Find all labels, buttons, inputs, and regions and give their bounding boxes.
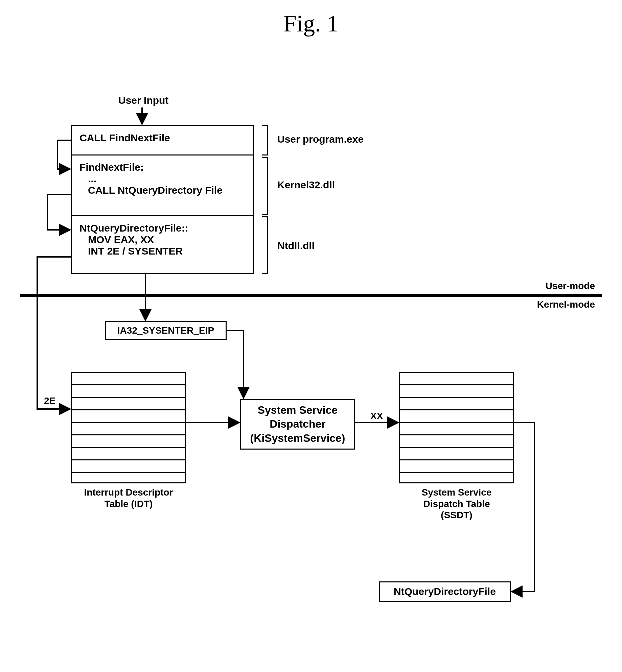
table-row (400, 373, 513, 385)
table-row (400, 398, 513, 410)
figure-title: Fig. 1 (0, 10, 622, 37)
ntdll-box: NtQueryDirectoryFile:: MOV EAX, XX INT 2… (71, 216, 254, 274)
kernel32-line1: FindNextFile: (79, 162, 245, 173)
table-row (72, 373, 185, 385)
table-row (72, 398, 185, 410)
bracket-label-userprog: User program.exe (277, 134, 364, 145)
idt-table (71, 372, 186, 483)
bracket-kernel32 (257, 157, 268, 215)
table-row (400, 448, 513, 460)
table-row (400, 385, 513, 398)
mode-divider (20, 294, 602, 297)
ntdll-line2: MOV EAX, XX (79, 234, 245, 245)
table-row (400, 410, 513, 423)
sysenter-eip-box: IA32_SYSENTER_EIP (105, 321, 227, 340)
edge-label-2e: 2E (44, 395, 55, 406)
table-row (72, 473, 185, 485)
bracket-label-kernel32: Kernel32.dll (277, 179, 335, 191)
kernel32-line2: ... (79, 173, 245, 185)
dispatcher-box: System Service Dispatcher (KiSystemServi… (240, 399, 355, 450)
ssdt-table (399, 372, 514, 483)
ntquery-final-box: NtQueryDirectoryFile (379, 581, 511, 602)
ntdll-line3: INT 2E / SYSENTER (79, 245, 245, 257)
edge-label-xx: XX (370, 411, 383, 422)
idt-caption: Interrupt Descriptor Table (IDT) (71, 487, 186, 509)
table-row (72, 385, 185, 398)
table-row (72, 435, 185, 448)
table-row (400, 460, 513, 473)
table-row (72, 448, 185, 460)
table-row (400, 423, 513, 435)
ssdt-caption: System Service Dispatch Table (SSDT) (399, 487, 514, 521)
arrows-overlay (0, 0, 622, 672)
table-row (72, 423, 185, 435)
table-row (400, 473, 513, 485)
ntquery-final-text: NtQueryDirectoryFile (394, 586, 496, 597)
bracket-label-ntdll: Ntdll.dll (277, 240, 315, 251)
userprog-code: CALL FindNextFile (72, 126, 253, 150)
table-row (72, 410, 185, 423)
sysenter-eip-text: IA32_SYSENTER_EIP (117, 325, 214, 336)
table-row (72, 460, 185, 473)
userprog-box: CALL FindNextFile (71, 125, 254, 155)
user-input-label: User Input (118, 95, 168, 106)
table-row (400, 435, 513, 448)
ntdll-line1: NtQueryDirectoryFile:: (79, 222, 245, 234)
dispatcher-text: System Service Dispatcher (KiSystemServi… (250, 403, 345, 446)
user-mode-label: User-mode (546, 281, 595, 291)
kernel32-line3: CALL NtQueryDirectory File (79, 185, 245, 196)
kernel32-box: FindNextFile: ... CALL NtQueryDirectory … (71, 155, 254, 216)
bracket-userprog (257, 125, 268, 155)
kernel-mode-label: Kernel-mode (537, 299, 595, 310)
bracket-ntdll (257, 216, 268, 274)
